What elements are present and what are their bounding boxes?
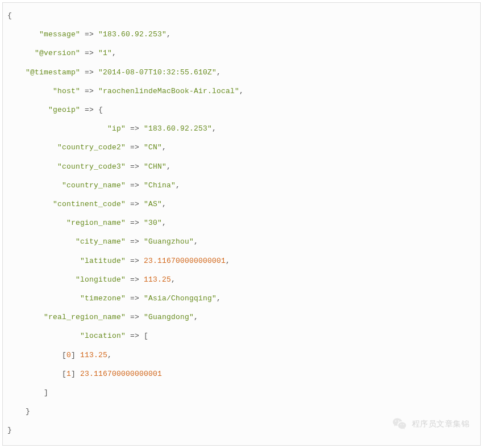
key-version: "@version" (35, 49, 80, 57)
val-message: "183.60.92.253" (98, 30, 166, 39)
val-country-name: "China" (144, 181, 176, 190)
location-value-1: 23.116700000000001 (80, 370, 162, 378)
val-host: "raochenlindeMacBook-Air.local" (98, 87, 239, 95)
key-ip: "ip" (107, 124, 126, 133)
key-location: "location" (80, 332, 126, 340)
val-timestamp: "2014-08-07T10:32:55.610Z" (98, 68, 216, 77)
val-region-name: "30" (144, 219, 162, 227)
location-value-0: 113.25 (80, 351, 107, 359)
location-index-1: 1 (66, 370, 71, 378)
key-longitude: "longitude" (76, 275, 126, 284)
key-latitude: "latitude" (80, 257, 126, 265)
code-block: { "message" => "183.60.92.253", "@versio… (2, 2, 481, 446)
val-country-code3: "CHN" (144, 162, 166, 171)
val-latitude: 23.116700000000001 (144, 257, 226, 265)
val-timezone: "Asia/Chongqing" (144, 294, 216, 303)
watermark: 程序员文章集锦 (392, 416, 470, 432)
key-continent-code: "continent_code" (53, 200, 126, 208)
page: { "message" => "183.60.92.253", "@versio… (0, 0, 483, 448)
key-real-region-name: "real_region_name" (44, 313, 126, 321)
key-timezone: "timezone" (80, 294, 126, 303)
val-ip: "183.60.92.253" (144, 124, 212, 133)
val-real-region-name: "Guangdong" (144, 313, 194, 321)
val-continent-code: "AS" (144, 200, 162, 208)
key-host: "host" (53, 87, 80, 95)
val-longitude: 113.25 (144, 275, 171, 284)
val-country-code2: "CN" (144, 143, 162, 152)
key-city-name: "city_name" (76, 237, 126, 246)
key-message: "message" (39, 30, 80, 39)
key-timestamp: "@timestamp" (26, 68, 80, 77)
key-region-name: "region_name" (66, 219, 126, 227)
key-geoip: "geoip" (48, 106, 80, 114)
location-index-0: 0 (66, 351, 71, 359)
key-country-code3: "country_code3" (57, 162, 126, 171)
val-city-name: "Guangzhou" (144, 237, 194, 246)
watermark-text: 程序员文章集锦 (412, 419, 470, 429)
key-country-code2: "country_code2" (57, 143, 126, 152)
val-version: "1" (98, 49, 112, 57)
wechat-icon (392, 416, 407, 432)
key-country-name: "country_name" (62, 181, 126, 190)
